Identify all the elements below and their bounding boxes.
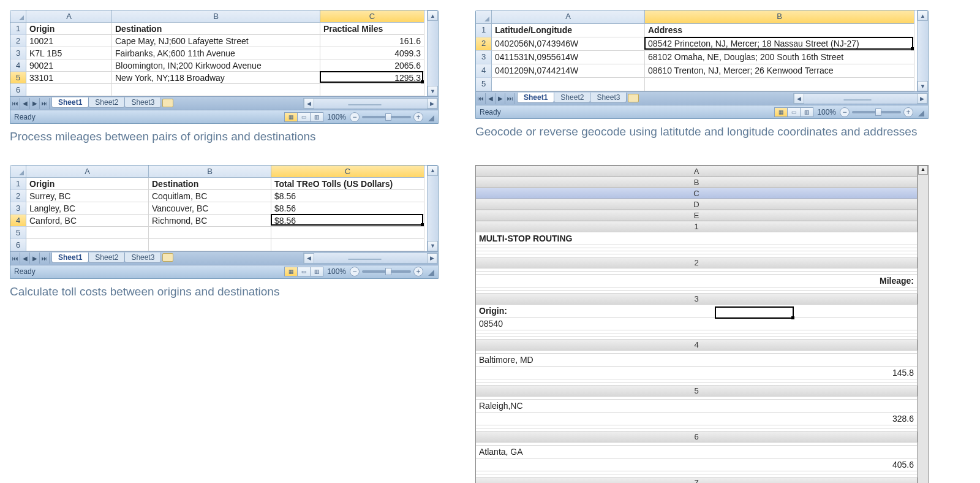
row-header[interactable]: 3 — [476, 294, 918, 305]
cell[interactable]: Canford, BC — [26, 215, 149, 227]
column-header[interactable]: C — [476, 188, 918, 199]
row-header[interactable]: 1 — [476, 221, 918, 232]
cell[interactable]: 33101 — [26, 72, 112, 84]
cell[interactable]: Bloomington, IN;200 Kirkwood Avenue — [112, 59, 320, 72]
cell[interactable]: Origin — [26, 23, 112, 35]
cell[interactable]: 2065.6 — [320, 59, 424, 72]
row-header[interactable]: 1 — [10, 178, 26, 190]
cell[interactable]: 10021 — [26, 35, 112, 47]
cell[interactable]: New York, NY;118 Broadway — [112, 72, 320, 84]
cell[interactable]: 08542 Princeton, NJ, Mercer; 18 Nassau S… — [645, 37, 914, 51]
cell[interactable]: K7L 1B5 — [26, 47, 112, 59]
tab-nav-prev-icon[interactable]: ◀ — [20, 253, 30, 264]
row-header[interactable]: 4 — [476, 64, 492, 78]
column-header[interactable]: C — [320, 10, 424, 23]
zoom-in-icon[interactable]: + — [413, 112, 423, 122]
row-header[interactable]: 2 — [476, 37, 492, 51]
row-header[interactable]: 6 — [10, 239, 26, 251]
cell[interactable]: Origin — [26, 178, 149, 190]
cell[interactable]: Destination — [149, 178, 271, 190]
cell[interactable]: Cape May, NJ;600 Lafayette Street — [112, 35, 320, 47]
row-header[interactable]: 7 — [476, 477, 918, 483]
scroll-down-icon[interactable]: ▼ — [428, 241, 438, 251]
tab-nav-first-icon[interactable]: ⏮ — [476, 93, 486, 104]
horizontal-scrollbar[interactable]: ◀ ▶ — [303, 253, 438, 264]
view-page-layout-icon[interactable]: ▭ — [297, 112, 311, 122]
row-header[interactable]: 5 — [476, 78, 492, 91]
zoom-out-icon[interactable]: − — [350, 112, 360, 122]
row-header[interactable]: 4 — [10, 215, 26, 227]
select-all-corner[interactable] — [476, 10, 492, 24]
tab-nav-first-icon[interactable]: ⏮ — [10, 253, 20, 264]
cell[interactable]: Destination — [112, 23, 320, 35]
scroll-right-icon[interactable]: ▶ — [917, 93, 927, 104]
row-header[interactable]: 3 — [10, 202, 26, 215]
column-header[interactable]: B — [645, 10, 914, 24]
cell[interactable]: 4099.3 — [320, 47, 424, 59]
cell[interactable]: 1295.3 — [320, 72, 424, 84]
horizontal-scrollbar[interactable]: ◀ ▶ — [793, 93, 928, 104]
sheet-tab[interactable]: Sheet1 — [51, 253, 89, 263]
row-header[interactable]: 4 — [10, 59, 26, 72]
column-header[interactable]: B — [112, 10, 320, 23]
cell[interactable] — [26, 227, 149, 239]
zoom-out-icon[interactable]: − — [840, 107, 850, 117]
cell[interactable]: MULTI-STOP ROUTING — [476, 232, 918, 245]
zoom-slider[interactable] — [852, 111, 901, 113]
cell[interactable]: 161.6 — [320, 35, 424, 47]
vertical-scrollbar[interactable]: ▲ ▼ — [427, 165, 438, 251]
view-page-layout-icon[interactable]: ▭ — [787, 107, 801, 117]
cell[interactable]: $8.56 — [271, 202, 424, 215]
select-all-corner[interactable] — [10, 10, 26, 23]
resize-grip-icon[interactable] — [916, 108, 924, 116]
scroll-left-icon[interactable]: ◀ — [304, 98, 314, 108]
cell[interactable] — [271, 227, 424, 239]
cell[interactable]: Surrey, BC — [26, 190, 149, 202]
cell[interactable]: Mileage: — [476, 275, 918, 287]
worksheet-grid[interactable]: ABC1OriginDestinationPractical Miles2100… — [10, 10, 427, 96]
zoom-slider[interactable] — [362, 270, 411, 273]
cell[interactable]: 08540 — [476, 318, 918, 330]
row-header[interactable]: 1 — [476, 24, 492, 37]
cell[interactable]: 0402056N,0743946W — [492, 37, 645, 51]
row-header[interactable]: 6 — [10, 84, 26, 96]
cell[interactable]: $8.56 — [271, 190, 424, 202]
sheet-tab[interactable]: Sheet1 — [517, 93, 554, 103]
cell[interactable]: 328.6 — [476, 413, 918, 425]
tab-nav-next-icon[interactable]: ▶ — [30, 98, 40, 109]
row-header[interactable]: 2 — [476, 257, 918, 268]
scroll-right-icon[interactable]: ▶ — [427, 98, 437, 108]
cell[interactable]: 0401209N,0744214W — [492, 64, 645, 78]
tab-nav-first-icon[interactable]: ⏮ — [10, 98, 20, 109]
vertical-scrollbar[interactable]: ▲ ▼ — [917, 10, 928, 91]
new-sheet-icon[interactable] — [162, 253, 173, 262]
tab-nav-last-icon[interactable]: ⏭ — [505, 93, 515, 104]
view-normal-icon[interactable]: ▦ — [774, 107, 788, 117]
horizontal-scrollbar[interactable]: ◀ ▶ — [303, 98, 438, 109]
cell[interactable] — [492, 78, 645, 91]
cell[interactable]: Langley, BC — [26, 202, 149, 215]
worksheet-grid[interactable]: ABC1OriginDestinationTotal TReO Tolls (U… — [10, 165, 427, 251]
cell[interactable] — [26, 84, 112, 96]
cell[interactable]: Baltimore, MD — [476, 354, 918, 367]
cell[interactable]: 145.8 — [476, 367, 918, 379]
zoom-in-icon[interactable]: + — [413, 267, 423, 276]
cell[interactable]: Origin: — [476, 305, 918, 318]
tab-nav-next-icon[interactable]: ▶ — [496, 93, 505, 104]
zoom-out-icon[interactable]: − — [350, 267, 360, 276]
row-header[interactable]: 3 — [10, 47, 26, 59]
column-header[interactable]: C — [271, 165, 424, 178]
sheet-tab[interactable]: Sheet3 — [590, 93, 627, 103]
tab-nav-prev-icon[interactable]: ◀ — [486, 93, 496, 104]
worksheet-grid[interactable]: ABCDE1MULTI-STOP ROUTING2Mileage:3Origin… — [476, 165, 918, 483]
scroll-up-icon[interactable]: ▲ — [428, 165, 438, 176]
resize-grip-icon[interactable] — [426, 113, 434, 121]
sheet-tab[interactable]: Sheet2 — [554, 93, 590, 103]
cell[interactable]: 405.6 — [476, 458, 918, 471]
view-page-break-icon[interactable]: ▥ — [800, 107, 813, 117]
row-header[interactable]: 5 — [10, 227, 26, 239]
cell[interactable]: Coquitlam, BC — [149, 190, 271, 202]
column-header[interactable]: B — [149, 165, 271, 178]
cell[interactable] — [149, 239, 271, 251]
column-header[interactable]: A — [26, 165, 149, 178]
